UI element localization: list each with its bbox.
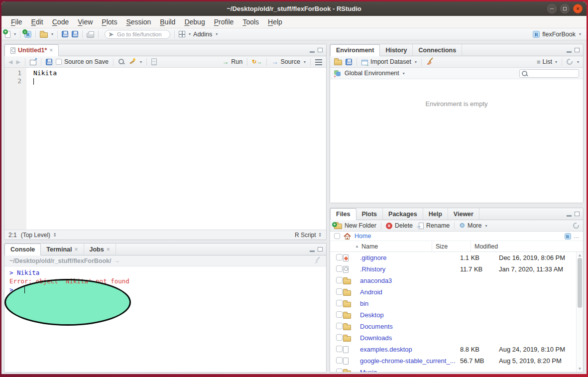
wd-goto-icon[interactable]: → — [114, 257, 120, 264]
global-environment-selector[interactable]: Global Environment ▾ — [345, 70, 405, 77]
project-selector[interactable]: R flexForBook ▾ — [533, 31, 583, 38]
file-name-link[interactable]: anaconda3 — [355, 277, 457, 284]
console-output[interactable]: > NikitaError: object 'Nikita' not found… — [4, 266, 326, 372]
menu-tools[interactable]: Tools — [238, 18, 263, 26]
file-row[interactable]: bin — [330, 298, 583, 309]
tab-plots[interactable]: Plots — [356, 208, 383, 220]
rename-button[interactable]: Rename — [416, 222, 450, 229]
minimize-button[interactable]: ─ — [547, 4, 557, 13]
home-icon[interactable] — [344, 233, 351, 240]
environment-search-input[interactable] — [519, 69, 579, 78]
save-workspace-icon[interactable] — [346, 59, 352, 65]
goto-file-input[interactable] — [105, 30, 170, 39]
file-checkbox[interactable] — [336, 277, 343, 283]
tab-close-icon[interactable]: × — [107, 246, 110, 253]
document-outline-icon[interactable] — [315, 59, 322, 65]
file-checkbox[interactable] — [336, 288, 343, 295]
pane-minimize-icon[interactable] — [567, 51, 572, 53]
open-in-window-icon[interactable] — [30, 60, 36, 65]
new-file-icon[interactable]: + — [5, 31, 10, 38]
code-tools-icon[interactable] — [128, 58, 135, 65]
panes-dropdown-icon[interactable]: ▾ — [189, 32, 191, 36]
addins-button[interactable]: Addins ▾ — [193, 31, 218, 38]
tab-connections[interactable]: Connections — [413, 44, 462, 56]
file-name-link[interactable]: Desktop — [355, 311, 457, 319]
delete-button[interactable]: × Delete — [386, 222, 413, 229]
tab-packages[interactable]: Packages — [383, 208, 423, 220]
new-file-dropdown-icon[interactable]: ▾ — [14, 32, 16, 36]
maximize-button[interactable] — [560, 4, 570, 13]
files-scrollbar[interactable]: ▲ ▼ — [576, 252, 583, 372]
select-all-checkbox[interactable] — [334, 233, 340, 239]
file-row[interactable]: .Rhistory11.7 KBJan 7, 2020, 11:33 AM — [330, 263, 583, 275]
menu-plots[interactable]: Plots — [97, 18, 121, 26]
file-row[interactable]: .gitignore1.1 KBDec 16, 2019, 8:06 PM — [330, 252, 583, 263]
tab-files[interactable]: Files — [330, 208, 356, 220]
back-icon[interactable]: ◀ — [8, 59, 12, 65]
menu-code[interactable]: Code — [48, 18, 73, 26]
menu-view[interactable]: View — [73, 18, 97, 26]
tab-console[interactable]: Console — [4, 244, 41, 255]
file-checkbox[interactable] — [336, 323, 343, 329]
menu-help[interactable]: Help — [263, 18, 287, 26]
close-button[interactable]: × — [573, 4, 583, 13]
menu-build[interactable]: Build — [155, 18, 180, 26]
file-checkbox[interactable] — [336, 346, 343, 352]
pane-maximize-icon[interactable] — [575, 212, 580, 216]
tab-environment[interactable]: Environment — [330, 44, 380, 56]
file-name-link[interactable]: Android — [355, 288, 457, 296]
rerun-icon[interactable]: ↻→ — [252, 59, 262, 65]
list-view-button[interactable]: ≡ List ▾ — [537, 58, 557, 66]
source-on-save-checkbox[interactable] — [56, 59, 62, 65]
tab-close-icon[interactable]: × — [49, 47, 53, 54]
scrollbar-thumb[interactable] — [578, 258, 582, 308]
more-button[interactable]: ⚙ More ▾ — [459, 222, 487, 229]
new-project-icon[interactable]: R+ — [24, 31, 31, 38]
open-file-dropdown-icon[interactable]: ▾ — [51, 32, 53, 36]
clear-environment-icon[interactable] — [426, 57, 434, 66]
file-checkbox[interactable] — [336, 265, 343, 272]
refresh-files-icon[interactable] — [573, 223, 579, 229]
file-checkbox[interactable] — [336, 357, 343, 364]
tab-history[interactable]: History — [380, 44, 413, 56]
doc-type-selector[interactable]: R Script ⇕ — [295, 232, 322, 239]
scope-selector[interactable]: (Top Level) ⇕ — [21, 232, 57, 239]
pane-maximize-icon[interactable] — [318, 247, 323, 251]
load-workspace-icon[interactable] — [334, 60, 342, 65]
find-icon[interactable] — [118, 58, 125, 65]
file-row[interactable]: Downloads — [330, 332, 583, 344]
file-row[interactable]: Documents — [330, 321, 583, 332]
source-on-save-control[interactable]: Source on Save — [56, 58, 109, 65]
print-icon[interactable] — [87, 33, 94, 38]
file-checkbox[interactable] — [336, 300, 343, 306]
file-name-link[interactable]: bin — [355, 300, 457, 307]
tab-viewer[interactable]: Viewer — [448, 208, 479, 220]
code-area[interactable]: Nikita — [26, 68, 326, 230]
pane-maximize-icon[interactable] — [575, 48, 580, 52]
file-name-link[interactable]: Music — [355, 369, 457, 372]
clear-console-icon[interactable] — [313, 256, 321, 265]
file-row[interactable]: google-chrome-stable_current_...56.7 MBA… — [330, 355, 583, 367]
compile-report-icon[interactable] — [151, 58, 157, 65]
home-breadcrumb-link[interactable]: Home — [354, 233, 371, 240]
pane-minimize-icon[interactable] — [310, 51, 315, 53]
save-icon[interactable] — [62, 31, 68, 37]
open-file-icon[interactable] — [40, 32, 48, 38]
file-name-link[interactable]: Documents — [355, 323, 457, 330]
file-row[interactable]: Desktop — [330, 309, 583, 321]
breadcrumb-ellipsis[interactable]: ... — [574, 233, 579, 240]
file-row[interactable]: examples.desktop8.8 KBAug 24, 2019, 8:10… — [330, 344, 583, 355]
save-source-icon[interactable] — [46, 59, 52, 65]
scroll-down-icon[interactable]: ▼ — [577, 367, 583, 371]
tab-terminal[interactable]: Terminal× — [41, 244, 84, 255]
forward-icon[interactable]: ▶ — [16, 59, 20, 65]
tab-jobs[interactable]: Jobs× — [84, 244, 116, 255]
file-row[interactable]: anaconda3 — [330, 275, 583, 286]
code-editor[interactable]: 12 Nikita — [4, 68, 326, 230]
file-checkbox[interactable] — [336, 311, 343, 318]
tab-close-icon[interactable]: × — [74, 246, 78, 253]
file-row[interactable]: Music — [330, 367, 583, 372]
menu-debug[interactable]: Debug — [180, 18, 209, 26]
file-name-link[interactable]: google-chrome-stable_current_... — [355, 357, 457, 365]
file-name-link[interactable]: .Rhistory — [355, 265, 457, 273]
